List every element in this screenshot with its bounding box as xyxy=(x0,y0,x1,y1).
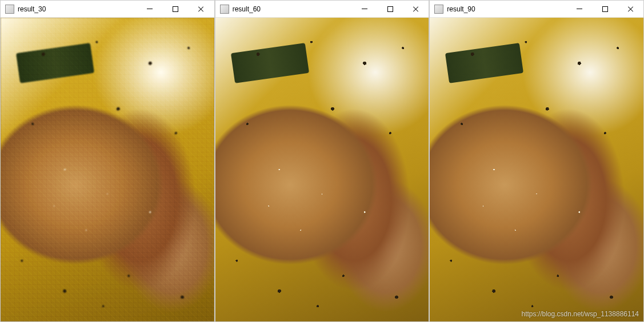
minimize-button[interactable] xyxy=(137,1,163,17)
titlebar[interactable]: result_30 xyxy=(1,1,214,18)
close-icon xyxy=(413,6,419,13)
image-viewport xyxy=(215,18,429,321)
minimize-icon xyxy=(577,9,582,9)
maximize-icon xyxy=(387,6,393,12)
maximize-icon xyxy=(173,6,178,12)
window-controls xyxy=(351,1,429,17)
app-icon xyxy=(220,5,229,14)
close-button[interactable] xyxy=(618,1,643,17)
minimize-icon xyxy=(362,9,367,9)
window-controls xyxy=(137,1,214,17)
titlebar[interactable]: result_60 xyxy=(215,1,429,18)
window-result-60: result_60 xyxy=(215,0,430,322)
window-title: result_90 xyxy=(447,5,566,13)
displayed-image xyxy=(215,18,429,321)
close-button[interactable] xyxy=(403,1,429,17)
window-title: result_30 xyxy=(18,5,137,13)
app-icon xyxy=(434,5,443,14)
minimize-button[interactable] xyxy=(566,1,592,17)
close-button[interactable] xyxy=(189,1,214,17)
window-controls xyxy=(566,1,643,17)
maximize-icon xyxy=(602,6,608,12)
displayed-image xyxy=(1,18,214,321)
window-result-30: result_30 xyxy=(0,0,215,322)
window-title: result_60 xyxy=(233,5,352,13)
image-viewport xyxy=(1,18,214,321)
close-icon xyxy=(198,6,205,13)
minimize-button[interactable] xyxy=(351,1,377,17)
displayed-image: https://blog.csdn.net/wsp_1138886114 xyxy=(430,18,643,321)
titlebar[interactable]: result_90 xyxy=(430,1,643,18)
maximize-button[interactable] xyxy=(592,1,618,17)
window-result-90: result_90 https://blog.csdn.net/wsp_1138… xyxy=(429,0,644,322)
image-viewport: https://blog.csdn.net/wsp_1138886114 xyxy=(430,18,643,321)
close-icon xyxy=(627,6,634,13)
maximize-button[interactable] xyxy=(377,1,403,17)
minimize-icon xyxy=(147,9,153,9)
app-icon xyxy=(5,5,14,14)
maximize-button[interactable] xyxy=(163,1,189,17)
